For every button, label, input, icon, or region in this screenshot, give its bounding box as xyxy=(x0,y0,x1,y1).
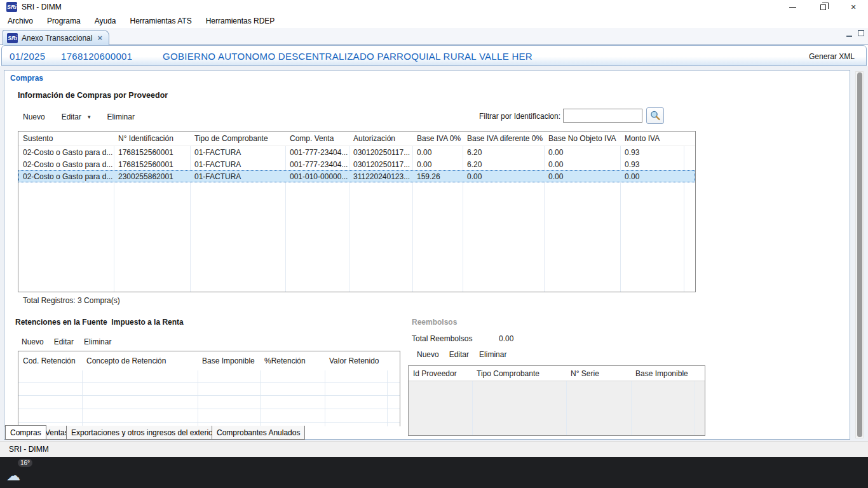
retenciones-title: Retenciones en la Fuente Impuesto a la R… xyxy=(15,318,184,327)
menu-archivo[interactable]: Archivo xyxy=(1,15,39,27)
retenciones-table[interactable]: Cod. Retención Concepto de Retención Bas… xyxy=(18,351,400,426)
view-minimize-button[interactable] xyxy=(845,30,854,37)
scrollbar-thumb[interactable] xyxy=(857,72,862,437)
cell: 030120250117... xyxy=(349,148,412,157)
col-tipo-comprobante[interactable]: Tipo de Comprobante xyxy=(190,134,285,143)
close-icon: × xyxy=(851,2,856,12)
tab-compras[interactable]: Compras xyxy=(5,425,46,440)
cell: 001-010-00000... xyxy=(285,172,349,181)
cell: 01-FACTURA xyxy=(190,160,285,169)
reembolsos-total-label: Total Reembolsos xyxy=(412,334,472,343)
cloud-icon: ☁ xyxy=(6,468,20,484)
cell: 6.20 xyxy=(463,148,544,157)
search-icon xyxy=(649,110,661,121)
total-registros: Total Registros: 3 Compra(s) xyxy=(23,296,120,305)
ret-editar-button[interactable]: Editar xyxy=(54,337,74,346)
cell: 0.00 xyxy=(544,160,620,169)
col-autorizacion[interactable]: Autorización xyxy=(349,134,412,143)
reem-editar-button[interactable]: Editar xyxy=(449,350,469,359)
reembolsos-table[interactable]: Id Proveedor Tipo Comprobante N° Serie B… xyxy=(408,365,705,436)
retenciones-toolbar: Nuevo Editar Eliminar xyxy=(22,337,111,346)
period-value: 01/2025 xyxy=(10,51,45,62)
taxpayer-name: GOBIERNO AUTONOMO DESCENTRALIZADO PARROQ… xyxy=(163,51,532,62)
reembolsos-toolbar: Nuevo Editar Eliminar xyxy=(417,350,506,359)
table-row[interactable]: 02-Costo o Gasto para d... 1768152560001… xyxy=(18,158,695,170)
cell: 0.00 xyxy=(412,148,463,157)
filter-search-button[interactable] xyxy=(646,107,664,124)
reem-eliminar-button[interactable]: Eliminar xyxy=(479,350,506,359)
reembolsos-title: Reembolsos xyxy=(412,318,457,327)
tab-label: Anexo Transaccional xyxy=(22,34,92,43)
cell: 0.00 xyxy=(620,172,684,181)
cell: 1768152560001 xyxy=(114,148,190,157)
view-maximize-button[interactable] xyxy=(857,30,865,37)
nuevo-button[interactable]: Nuevo xyxy=(23,112,45,121)
close-button[interactable]: × xyxy=(839,0,868,14)
cell: 02-Costo o Gasto para d... xyxy=(18,148,114,157)
col-comp-venta[interactable]: Comp. Venta xyxy=(285,134,349,143)
cell: 01-FACTURA xyxy=(190,148,285,157)
compras-section-label: Compras xyxy=(10,74,43,83)
col-tipo-comprobante[interactable]: Tipo Comprobante xyxy=(472,369,566,378)
col-sustento[interactable]: Sustento xyxy=(18,134,114,143)
cell: 01-FACTURA xyxy=(190,172,285,181)
restore-icon xyxy=(820,4,826,10)
cell: 030120250117... xyxy=(349,160,412,169)
col-base-no-objeto[interactable]: Base No Objeto IVA xyxy=(544,134,620,143)
filter-input[interactable] xyxy=(563,109,642,123)
cell: 0.00 xyxy=(544,172,620,181)
compras-title: Información de Compras por Proveedor xyxy=(18,91,168,100)
col-monto-iva[interactable]: Monto IVA xyxy=(620,134,684,143)
tab-anexo-transaccional[interactable]: SRi Anexo Transaccional × xyxy=(3,30,109,45)
reembolsos-total-value: 0.00 xyxy=(499,334,513,343)
table-row-selected[interactable]: 02-Costo o Gasto para d... 2300255862001… xyxy=(18,170,695,182)
compras-toolbar: Nuevo Editar ▾ Eliminar xyxy=(23,112,135,121)
tab-comprobantes-anulados[interactable]: Comprobantes Anulados xyxy=(212,426,305,440)
tab-exportaciones[interactable]: Exportaciones y otros ingresos del exter… xyxy=(66,426,220,440)
col-pct-retencion[interactable]: %Retención xyxy=(260,356,325,365)
minimize-button[interactable] xyxy=(778,0,807,14)
ret-nuevo-button[interactable]: Nuevo xyxy=(22,337,44,346)
editar-label: Editar xyxy=(62,112,81,121)
col-identificacion[interactable]: N° Identificación xyxy=(114,134,190,143)
reem-nuevo-button[interactable]: Nuevo xyxy=(417,350,439,359)
cell: 1768152560001 xyxy=(114,160,190,169)
minimize-icon xyxy=(789,7,796,8)
cell: 311220240123... xyxy=(349,172,412,181)
col-base-iva-0[interactable]: Base IVA 0% xyxy=(412,134,463,143)
ret-eliminar-button[interactable]: Eliminar xyxy=(84,337,111,346)
menu-bar: Archivo Programa Ayuda Herramientas ATS … xyxy=(0,14,868,28)
table-row[interactable]: 02-Costo o Gasto para d... 1768152560001… xyxy=(18,146,695,158)
cell: 0.00 xyxy=(544,148,620,157)
menu-programa[interactable]: Programa xyxy=(41,15,87,27)
menu-herramientas-rdep[interactable]: Herramientas RDEP xyxy=(200,15,281,27)
col-concepto[interactable]: Concepto de Retención xyxy=(82,356,198,365)
weather-widget[interactable]: ☁ 16° xyxy=(5,459,33,486)
editar-button[interactable]: Editar ▾ xyxy=(62,112,91,121)
col-base-imponible[interactable]: Base Imponible xyxy=(198,356,260,365)
tab-close-icon[interactable]: × xyxy=(96,33,104,43)
eliminar-button[interactable]: Eliminar xyxy=(107,112,135,121)
col-id-proveedor[interactable]: Id Proveedor xyxy=(409,369,472,378)
col-serie[interactable]: N° Serie xyxy=(566,369,631,378)
retenciones-table-header: Cod. Retención Concepto de Retención Bas… xyxy=(18,351,400,370)
compras-table[interactable]: Sustento N° Identificación Tipo de Compr… xyxy=(18,131,696,292)
menu-herramientas-ats[interactable]: Herramientas ATS xyxy=(124,15,198,27)
col-base-imponible[interactable]: Base Imponible xyxy=(631,369,695,378)
taskbar: ☁ 16° Búsqueda xyxy=(0,457,868,488)
col-base-iva-dif[interactable]: Base IVA diferente 0% xyxy=(463,134,544,143)
cell: 159.26 xyxy=(412,172,463,181)
cell: 0.00 xyxy=(412,160,463,169)
menu-ayuda[interactable]: Ayuda xyxy=(88,15,123,27)
app-logo-icon: SRi xyxy=(6,2,17,12)
cell: 001-777-23404... xyxy=(285,148,349,157)
sri-tab-icon: SRi xyxy=(7,33,18,43)
col-valor-retenido[interactable]: Valor Retenido xyxy=(325,356,387,365)
application-window: SRi SRI - DIMM × Archivo Programa Ayuda … xyxy=(0,0,868,488)
col-cod-retencion[interactable]: Cod. Retención xyxy=(18,356,82,365)
restore-button[interactable] xyxy=(808,0,837,14)
cell: 0.00 xyxy=(463,172,544,181)
vertical-scrollbar[interactable] xyxy=(855,71,864,438)
editar-dropdown-icon[interactable]: ▾ xyxy=(88,114,91,120)
generar-xml-button[interactable]: Generar XML xyxy=(809,52,855,61)
